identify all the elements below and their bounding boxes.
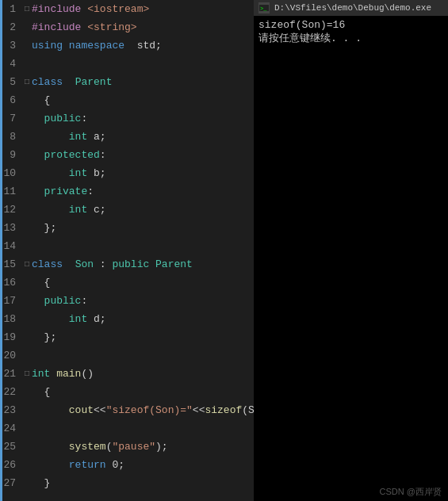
code-line-18: 18 int d; — [0, 310, 254, 328]
code-line-7: 7 public: — [0, 109, 254, 128]
code-line-23: 23 cout<<"sizeof(Son)="<<sizeof(Son)<<en… — [0, 401, 254, 419]
code-line-13: 13 }; — [0, 219, 254, 237]
code-line-22: 22 { — [0, 383, 254, 401]
terminal-output-line2: 请按任意键继续. . . — [258, 31, 443, 45]
terminal-icon: >_ — [258, 2, 270, 13]
code-line-25: 25 system("pause"); — [0, 438, 254, 456]
code-line-6: 6 { — [0, 91, 254, 109]
code-line-26: 26 return 0; — [0, 456, 254, 474]
code-line-15: 15 □ class Son : public Parent — [0, 255, 254, 273]
code-line-19: 19 }; — [0, 328, 254, 346]
terminal-panel: >_ D:\VSfiles\demo\Debug\demo.exe sizeof… — [254, 0, 448, 501]
code-line-1: 1 □ #include <iostream> — [0, 0, 254, 18]
code-line-8: 8 int a; — [0, 128, 254, 146]
code-line-11: 11 private: — [0, 182, 254, 201]
code-line-5: 5 □ class Parent — [0, 73, 254, 91]
code-line-24: 24 — [0, 419, 254, 438]
code-line-20: 20 — [0, 346, 254, 365]
code-line-27: 27 } — [0, 474, 254, 492]
terminal-titlebar: >_ D:\VSfiles\demo\Debug\demo.exe — [254, 0, 448, 16]
code-line-17: 17 public: — [0, 292, 254, 310]
code-line-14: 14 — [0, 237, 254, 255]
terminal-output-line1: sizeof(Son)=16 — [258, 19, 443, 31]
code-line-12: 12 int c; — [0, 201, 254, 219]
terminal-title: D:\VSfiles\demo\Debug\demo.exe — [274, 3, 431, 13]
code-line-10: 10 int b; — [0, 164, 254, 182]
code-line-4: 4 — [0, 55, 254, 73]
code-panel: 1 □ #include <iostream> 2 #include <stri… — [0, 0, 254, 501]
code-line-2: 2 #include <string> — [0, 18, 254, 36]
code-line-21: 21 □ int main() — [0, 365, 254, 383]
watermark: CSDN @西岸贤 — [380, 486, 442, 498]
code-line-9: 9 protected: — [0, 146, 254, 164]
terminal-content: sizeof(Son)=16 请按任意键继续. . . — [254, 16, 448, 501]
svg-text:>_: >_ — [260, 6, 267, 12]
code-line-3: 3 using namespace std; — [0, 36, 254, 55]
code-line-16: 16 { — [0, 273, 254, 292]
